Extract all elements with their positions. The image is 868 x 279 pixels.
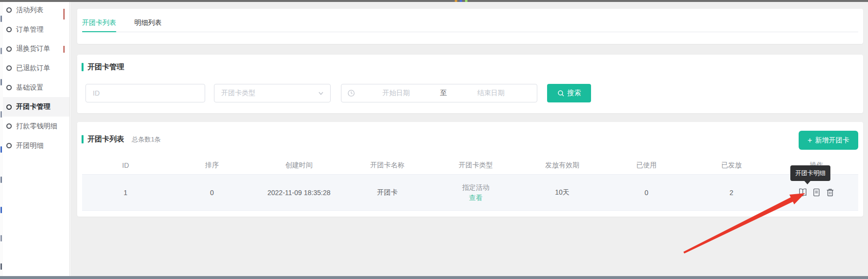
column-header-id: ID	[82, 161, 169, 169]
sidebar-item-payment-detail[interactable]: 打款零钱明细	[3, 117, 69, 136]
section-accent-bar	[82, 63, 84, 71]
view-link[interactable]: 查看	[432, 192, 520, 203]
radio-circle-icon	[6, 7, 12, 13]
sidebar-item-label: 开团明细	[16, 141, 43, 150]
text-fragment	[0, 48, 2, 54]
sidebar-item-group-detail[interactable]: 开团明细	[3, 136, 69, 156]
column-header-issued: 已发放	[688, 161, 775, 170]
text-fragment	[0, 207, 2, 213]
total-count-text: 总条数1条	[132, 135, 161, 144]
radio-circle-icon	[6, 85, 12, 90]
sidebar-item-return-orders[interactable]: 退换货订单	[3, 39, 69, 59]
cell-issued: 2	[688, 189, 775, 197]
sidebar: 活动列表 订单管理 退换货订单 已退款订单 基础设置 开团卡管理 打款零钱明细	[3, 2, 70, 276]
plus-icon: +	[807, 136, 812, 145]
cell-actions	[775, 188, 858, 197]
filter-card: 开团卡管理 开团卡类型 开始日期 至 结束日期	[77, 55, 863, 113]
cell-created: 2022-11-09 18:35:28	[255, 189, 343, 197]
text-fragment	[0, 263, 2, 270]
edge-artifact	[64, 9, 64, 20]
sidebar-item-label: 打款零钱明细	[16, 122, 57, 131]
sidebar-item-basic-settings[interactable]: 基础设置	[3, 78, 69, 98]
column-header-created: 创建时间	[255, 161, 343, 170]
sidebar-item-groupcard-management[interactable]: 开团卡管理	[3, 97, 69, 117]
cell-validity: 10天	[520, 188, 605, 197]
text-fragment	[0, 16, 2, 22]
section-accent-bar	[82, 135, 84, 143]
date-end-placeholder[interactable]: 结束日期	[450, 89, 532, 98]
sidebar-item-label: 开团卡管理	[16, 102, 50, 111]
browser-top-edge	[0, 0, 868, 2]
column-header-used: 已使用	[605, 161, 688, 170]
chevron-down-icon	[318, 90, 324, 97]
add-groupcard-button[interactable]: + 新增开团卡	[799, 131, 858, 150]
tooltip: 开团卡明细	[790, 165, 830, 181]
cell-sort: 0	[169, 189, 255, 197]
sidebar-item-label: 退换货订单	[16, 44, 50, 53]
sidebar-item-order-management[interactable]: 订单管理	[3, 20, 69, 40]
topbar-pixel-artifact	[465, 0, 467, 2]
main-content: 开团卡列表 明细列表 开团卡管理 开团卡类型 开始日期	[70, 2, 868, 276]
tab-groupcard-list[interactable]: 开团卡列表	[82, 19, 116, 27]
search-icon	[557, 90, 565, 97]
cell-id: 1	[82, 189, 169, 197]
table-row: 1 0 2022-11-09 18:35:28 开团卡 指定活动 查看 10天 …	[82, 175, 858, 211]
sidebar-item-label: 活动列表	[16, 6, 43, 15]
radio-circle-icon	[6, 27, 12, 32]
sidebar-item-activity-list[interactable]: 活动列表	[3, 2, 69, 20]
edge-artifact	[64, 46, 64, 53]
window-bottom-edge	[0, 276, 868, 279]
tabs-divider	[82, 32, 858, 32]
tooltip-text: 开团卡明细	[795, 169, 826, 178]
delete-trash-icon[interactable]	[826, 188, 835, 197]
radio-circle-icon	[6, 123, 12, 129]
groupcard-detail-book-icon[interactable]	[798, 188, 807, 197]
sidebar-item-label: 基础设置	[16, 83, 43, 92]
cell-name: 开团卡	[343, 188, 432, 197]
add-groupcard-button-label: 新增开团卡	[815, 136, 849, 145]
sidebar-item-label: 订单管理	[16, 25, 43, 34]
tabs-card: 开团卡列表 明细列表	[77, 9, 863, 44]
card-type-select[interactable]: 开团卡类型	[214, 84, 331, 102]
tab-detail-list[interactable]: 明细列表	[134, 19, 169, 27]
list-section-title: 开团卡列表	[87, 135, 124, 144]
radio-circle-icon	[6, 143, 12, 148]
cutoff-left-strip	[0, 2, 3, 276]
text-fragment	[0, 146, 2, 153]
date-start-placeholder[interactable]: 开始日期	[355, 89, 437, 98]
search-button[interactable]: 搜索	[547, 84, 591, 102]
text-fragment	[0, 177, 2, 183]
card-type-select-placeholder: 开团卡类型	[221, 89, 318, 98]
cell-type: 指定活动 查看	[432, 182, 520, 203]
sidebar-item-refunded-orders[interactable]: 已退款订单	[3, 59, 69, 78]
column-header-validity: 发放有效期	[520, 161, 605, 170]
clock-icon	[347, 89, 355, 97]
column-header-type: 开团卡类型	[432, 161, 520, 170]
topbar-pixel-artifact	[460, 0, 462, 2]
radio-circle-icon	[6, 65, 12, 71]
date-range-picker[interactable]: 开始日期 至 结束日期	[341, 84, 537, 102]
column-header-sort: 排序	[169, 161, 255, 170]
text-fragment	[0, 235, 2, 241]
id-input[interactable]	[85, 84, 205, 102]
search-button-label: 搜索	[568, 89, 581, 98]
type-text: 指定活动	[432, 182, 520, 192]
cell-used: 0	[605, 189, 688, 197]
date-separator: 至	[437, 89, 450, 98]
radio-circle-icon	[6, 46, 12, 52]
list-card: 开团卡列表 总条数1条 + 新增开团卡 ID 排序 创建时间 开团卡名称 开团卡…	[77, 122, 863, 217]
text-fragment	[0, 111, 2, 118]
column-header-name: 开团卡名称	[343, 161, 432, 170]
active-tab-underline	[82, 31, 116, 32]
radio-circle-icon	[6, 104, 12, 110]
text-fragment	[0, 79, 2, 85]
edit-document-icon[interactable]	[812, 188, 821, 197]
sidebar-item-label: 已退款订单	[16, 64, 50, 73]
topbar-pixel-artifact	[455, 0, 457, 2]
filter-section-title: 开团卡管理	[87, 62, 124, 72]
groupcard-table: ID 排序 创建时间 开团卡名称 开团卡类型 发放有效期 已使用 已发放 操作 …	[82, 156, 858, 211]
tooltip-arrow	[804, 180, 811, 184]
table-header-row: ID 排序 创建时间 开团卡名称 开团卡类型 发放有效期 已使用 已发放 操作	[82, 156, 858, 175]
